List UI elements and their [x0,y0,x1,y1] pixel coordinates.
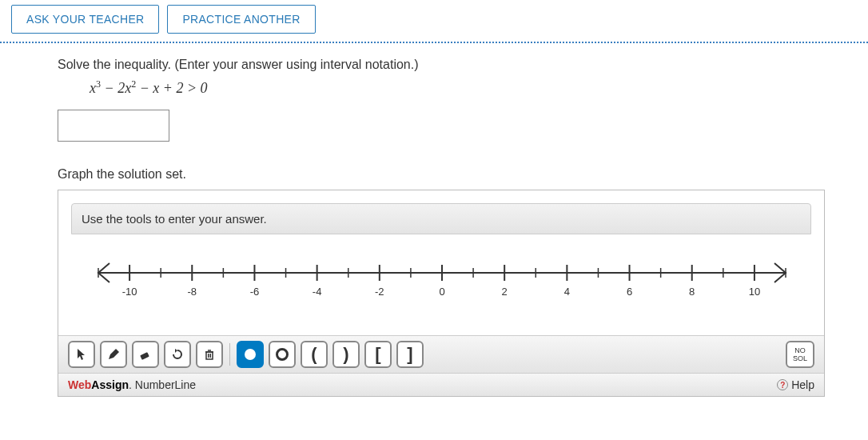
panel-instructions: Use the tools to enter your answer. [71,203,811,234]
closed-point-tool[interactable] [237,341,264,368]
svg-text:6: 6 [627,286,632,298]
question-prompt: Solve the inequality. (Enter your answer… [58,58,868,72]
svg-rect-35 [140,352,149,360]
graph-section-label: Graph the solution set. [58,167,868,182]
numberline-toolbar: ( ) [ ] NOSOL [58,335,824,373]
svg-text:-6: -6 [250,286,260,298]
ask-teacher-button[interactable]: ASK YOUR TEACHER [11,5,159,34]
open-right-paren-tool[interactable]: ) [332,341,360,368]
no-solution-tool[interactable]: NOSOL [786,341,814,368]
open-left-paren-tool[interactable]: ( [301,341,328,368]
webassign-brand: WebAssign. NumberLine [68,378,196,391]
svg-text:-10: -10 [122,286,137,298]
help-icon: ? [777,379,788,390]
svg-text:-8: -8 [187,286,197,298]
numberline-canvas[interactable]: -10-8-6-4-20246810 [74,249,808,321]
svg-text:-4: -4 [313,286,322,298]
toolbar-divider [229,343,230,366]
brand-footer: WebAssign. NumberLine ? Help [58,373,824,396]
inequality-equation: x3 − 2x2 − x + 2 > 0 [90,78,868,97]
pencil-tool[interactable] [100,341,127,368]
svg-text:8: 8 [689,286,695,298]
open-point-tool[interactable] [269,341,296,368]
trash-tool[interactable] [196,341,223,368]
pointer-tool[interactable] [68,341,95,368]
undo-tool[interactable] [164,341,191,368]
interval-answer-input[interactable] [58,110,169,142]
svg-text:0: 0 [439,286,444,298]
svg-text:2: 2 [502,286,508,298]
closed-right-bracket-tool[interactable]: ] [396,341,424,368]
numberline-tool-panel: Use the tools to enter your answer. -10-… [58,190,825,397]
help-link[interactable]: ? Help [777,378,814,391]
practice-another-button[interactable]: PRACTICE ANOTHER [167,5,315,34]
eraser-tool[interactable] [132,341,159,368]
closed-left-bracket-tool[interactable]: [ [364,341,392,368]
svg-text:10: 10 [749,286,760,298]
svg-text:-2: -2 [375,286,384,298]
svg-text:4: 4 [564,286,570,298]
